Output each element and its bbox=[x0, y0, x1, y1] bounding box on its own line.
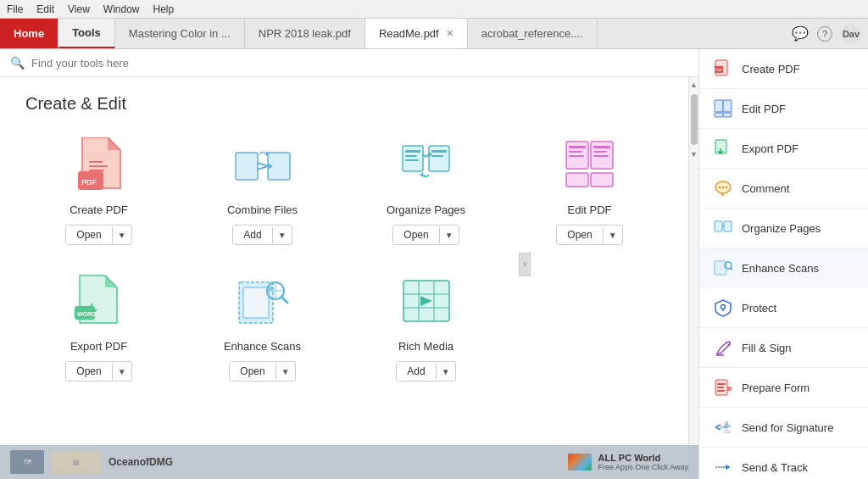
right-create-pdf-icon: PDF bbox=[713, 58, 733, 79]
tools-grid-row2: WORD Export PDF Open ▼ bbox=[25, 270, 663, 382]
tool-export-pdf: WORD Export PDF Open ▼ bbox=[25, 270, 172, 382]
watermark-map-thumb: 🗺 bbox=[10, 450, 44, 474]
create-pdf-btn-group: Open ▼ bbox=[65, 225, 131, 245]
right-item-organize[interactable]: Organize Pages bbox=[699, 209, 868, 248]
svg-rect-23 bbox=[569, 155, 584, 157]
right-item-enhance[interactable]: Enhance Scans bbox=[699, 248, 868, 288]
right-item-send-sig[interactable]: A A Send for Signature bbox=[699, 408, 868, 448]
menu-file[interactable]: File bbox=[7, 3, 23, 15]
scroll-down-icon[interactable]: ▼ bbox=[688, 148, 698, 160]
export-pdf-arrow-btn[interactable]: ▼ bbox=[112, 364, 131, 380]
chat-icon[interactable]: 💬 bbox=[792, 25, 809, 42]
edit-pdf-btn-group: Open ▼ bbox=[556, 225, 622, 245]
right-send-track-icon bbox=[713, 457, 733, 477]
search-input[interactable] bbox=[31, 57, 688, 70]
svg-rect-13 bbox=[405, 155, 417, 157]
svg-rect-11 bbox=[403, 146, 423, 171]
right-item-send-track[interactable]: Send & Track bbox=[699, 448, 868, 479]
right-item-fill-sign[interactable]: Fill & Sign bbox=[699, 328, 868, 368]
svg-marker-19 bbox=[420, 172, 423, 177]
tab-readme[interactable]: ReadMe.pdf ✕ bbox=[365, 19, 468, 48]
svg-line-72 bbox=[715, 425, 721, 427]
panel-toggle-btn[interactable]: › bbox=[519, 253, 531, 276]
create-pdf-icon: PDF bbox=[69, 134, 130, 195]
right-item-export-pdf[interactable]: Export PDF bbox=[699, 129, 868, 169]
tool-organize: Organize Pages Open ▼ bbox=[353, 134, 499, 245]
edit-pdf-open-btn[interactable]: Open bbox=[557, 226, 602, 244]
svg-rect-25 bbox=[593, 146, 610, 148]
svg-line-37 bbox=[281, 297, 287, 303]
organize-open-btn[interactable]: Open bbox=[393, 226, 438, 244]
tool-enhance-scans: Enhance Scans Open ▼ bbox=[189, 270, 336, 382]
tool-edit-pdf: Edit PDF Open ▼ bbox=[516, 134, 663, 245]
right-item-create-pdf[interactable]: PDF Create PDF bbox=[699, 49, 868, 89]
svg-text:A: A bbox=[725, 426, 729, 432]
right-prepare-form-icon bbox=[713, 377, 733, 398]
combine-arrow-btn[interactable]: ▼ bbox=[272, 227, 292, 243]
right-item-comment[interactable]: Comment bbox=[699, 169, 868, 209]
combine-btn-group: Add ▼ bbox=[232, 225, 292, 245]
menu-view[interactable]: View bbox=[68, 3, 90, 15]
help-icon[interactable]: ? bbox=[817, 26, 832, 42]
enhance-scans-open-btn[interactable]: Open bbox=[230, 362, 275, 381]
right-organize-icon bbox=[713, 218, 733, 238]
enhance-scans-label: Enhance Scans bbox=[224, 340, 301, 353]
create-pdf-open-btn[interactable]: Open bbox=[66, 226, 111, 244]
scroll-thumb[interactable] bbox=[691, 94, 698, 145]
watermark-logo bbox=[568, 454, 592, 471]
right-item-protect[interactable]: Protect bbox=[699, 288, 868, 328]
menu-help[interactable]: Help bbox=[153, 3, 175, 15]
right-create-pdf-label: Create PDF bbox=[742, 63, 800, 75]
enhance-scans-icon bbox=[232, 270, 293, 331]
export-pdf-open-btn[interactable]: Open bbox=[66, 362, 111, 381]
user-avatar[interactable]: Dav bbox=[841, 24, 861, 44]
right-fill-sign-label: Fill & Sign bbox=[742, 342, 792, 354]
rich-media-arrow-btn[interactable]: ▼ bbox=[436, 364, 455, 380]
create-pdf-arrow-btn[interactable]: ▼ bbox=[112, 227, 131, 243]
tab-tools[interactable]: Tools bbox=[58, 19, 115, 48]
organize-arrow-btn[interactable]: ▼ bbox=[439, 227, 459, 243]
tab-mastering[interactable]: Mastering Color in ... bbox=[115, 19, 245, 48]
right-comment-label: Comment bbox=[742, 182, 789, 195]
tab-npr[interactable]: NPR 2018 leak.pdf bbox=[245, 19, 365, 48]
combine-add-btn[interactable]: Add bbox=[233, 226, 271, 244]
svg-rect-16 bbox=[431, 150, 447, 153]
menu-bar: File Edit View Window Help bbox=[0, 0, 868, 19]
svg-rect-50 bbox=[723, 100, 732, 112]
right-send-sig-label: Send for Signature bbox=[742, 421, 833, 434]
enhance-scans-arrow-btn[interactable]: ▼ bbox=[275, 364, 295, 380]
scroll-track: ▲ ▼ bbox=[688, 77, 698, 479]
menu-window[interactable]: Window bbox=[103, 3, 140, 15]
right-enhance-label: Enhance Scans bbox=[742, 262, 819, 275]
svg-text:WORD: WORD bbox=[77, 311, 96, 317]
edit-pdf-arrow-btn[interactable]: ▼ bbox=[603, 227, 622, 243]
svg-marker-31 bbox=[105, 276, 117, 287]
svg-rect-59 bbox=[715, 221, 722, 231]
search-bar: 🔍 bbox=[0, 49, 698, 77]
left-panel: 🔍 Create & Edit bbox=[0, 49, 698, 479]
organize-icon bbox=[396, 134, 457, 195]
export-pdf-icon: WORD bbox=[69, 270, 130, 331]
tab-acrobat[interactable]: acrobat_reference.... bbox=[468, 19, 598, 48]
svg-rect-71 bbox=[727, 387, 732, 391]
tools-content: Create & Edit bbox=[0, 77, 688, 479]
tool-combine: Combine Files Add ▼ bbox=[189, 134, 336, 245]
search-icon: 🔍 bbox=[10, 56, 25, 70]
tab-home[interactable]: Home bbox=[0, 19, 58, 48]
right-organize-label: Organize Pages bbox=[742, 222, 821, 235]
right-fill-sign-icon bbox=[713, 337, 733, 358]
main-layout: 🔍 Create & Edit bbox=[0, 49, 868, 479]
tools-grid-row1: PDF Create PDF Open ▼ bbox=[25, 134, 663, 245]
scroll-up-icon[interactable]: ▲ bbox=[688, 79, 698, 91]
svg-point-56 bbox=[719, 187, 721, 189]
right-item-prepare-form[interactable]: Prepare Form bbox=[699, 368, 868, 408]
close-readme-icon[interactable]: ✕ bbox=[446, 28, 453, 39]
svg-rect-2 bbox=[89, 161, 103, 163]
right-send-sig-icon: A A bbox=[713, 417, 733, 437]
right-export-pdf-icon bbox=[713, 138, 733, 159]
svg-rect-4 bbox=[89, 170, 104, 171]
menu-edit[interactable]: Edit bbox=[36, 3, 54, 15]
right-item-edit-pdf[interactable]: Edit PDF bbox=[699, 89, 868, 129]
rich-media-add-btn[interactable]: Add bbox=[397, 362, 435, 381]
svg-marker-55 bbox=[721, 193, 724, 197]
